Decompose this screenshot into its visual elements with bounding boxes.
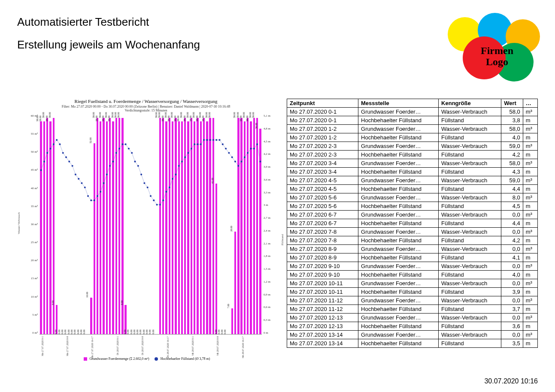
table-cell: 0,0 xyxy=(501,245,523,253)
table-cell: Grundwasser Foerder… xyxy=(358,125,439,133)
table-cell: Hochbehaelter Füllstand xyxy=(358,151,439,159)
table-cell: m³ xyxy=(523,279,537,288)
chart-line-point xyxy=(215,139,217,141)
table-cell: Mo 27.07.2020 12-13 xyxy=(287,314,358,322)
table-cell: Grundwasser Foerder… xyxy=(358,331,439,339)
table-cell: 0,0 xyxy=(501,314,523,322)
chart-line-point xyxy=(143,182,145,184)
chart-line-point xyxy=(121,143,123,145)
table-cell: m xyxy=(523,236,537,245)
table-cell: Wasser-Verbrauch xyxy=(439,279,501,288)
table-cell: Wasser-Verbrauch xyxy=(439,193,501,202)
data-table: ZeitpunktMessstelleKenngrößeWert… Mo 27.… xyxy=(287,99,538,348)
chart-line-point xyxy=(128,148,130,149)
table-cell: 58,0 xyxy=(501,108,523,116)
chart-line-point xyxy=(59,143,61,145)
table-row: Mo 27.07.2020 1-2Hochbehaelter Füllstand… xyxy=(287,133,538,142)
chart-line-point xyxy=(49,148,51,149)
table-cell: Grundwasser Foerder… xyxy=(358,211,439,219)
chart-line-point xyxy=(65,157,67,158)
table-cell: m xyxy=(523,151,537,159)
chart-line-point xyxy=(162,199,164,201)
table-cell: 3,6 xyxy=(501,322,523,331)
chart-line-point xyxy=(84,187,86,188)
table-cell: Hochbehaelter Füllstand xyxy=(358,271,439,279)
table-cell: 3,9 xyxy=(501,288,523,296)
table-cell: m xyxy=(523,305,537,314)
table-cell: Wasser-Verbrauch xyxy=(439,262,501,271)
chart-line-point xyxy=(241,161,243,163)
chart-line-point xyxy=(165,191,167,193)
chart-line-point xyxy=(206,139,208,141)
table-row: Mo 27.07.2020 3-4Hochbehaelter Füllstand… xyxy=(287,168,538,176)
table-cell: Füllstand xyxy=(439,288,501,296)
table-row: Mo 27.07.2020 10-11Hochbehaelter Füllsta… xyxy=(287,288,538,296)
chart-line-point xyxy=(75,174,76,175)
table-cell: 4,1 xyxy=(501,253,523,262)
table-cell: Wasser-Verbrauch xyxy=(439,125,501,133)
chart-line-point xyxy=(218,139,220,141)
table-row: Mo 27.07.2020 13-14Grundwasser Foerder…W… xyxy=(287,331,538,339)
chart-line-point xyxy=(209,139,211,141)
table-row: Mo 27.07.2020 4-5Hochbehaelter Füllstand… xyxy=(287,185,538,193)
table-cell: m³ xyxy=(523,142,537,151)
table-row: Mo 27.07.2020 5-6Grundwasser Foerder…Was… xyxy=(287,193,538,202)
table-cell: Hochbehaelter Füllstand xyxy=(358,339,439,348)
table-cell: Hochbehaelter Füllstand xyxy=(358,305,439,314)
table-row: Mo 27.07.2020 12-13Grundwasser Foerder…W… xyxy=(287,314,538,322)
table-cell: 0,0 xyxy=(501,331,523,339)
table-cell: Füllstand xyxy=(439,305,501,314)
table-header: Messstelle xyxy=(358,99,439,108)
table-cell: Grundwasser Foerder… xyxy=(358,193,439,202)
table-cell: 4,2 xyxy=(501,151,523,159)
table-cell: Hochbehaelter Füllstand xyxy=(358,202,439,211)
chart-line-point xyxy=(118,148,120,149)
table-cell: Mo 27.07.2020 4-5 xyxy=(287,176,358,185)
table-cell: Wasser-Verbrauch xyxy=(439,176,501,185)
table-cell: Mo 27.07.2020 11-12 xyxy=(287,296,358,305)
y-axis-right-label: Füllstand xyxy=(281,234,284,245)
chart-line-point xyxy=(159,204,161,205)
table-cell: Hochbehaelter Füllstand xyxy=(358,236,439,245)
table-cell: 0,0 xyxy=(501,228,523,236)
table-cell: m³ xyxy=(523,331,537,339)
chart-line-point xyxy=(90,199,92,201)
table-cell: Mo 27.07.2020 13-14 xyxy=(287,339,358,348)
chart-line-point xyxy=(153,199,155,201)
table-cell: Wasser-Verbrauch xyxy=(439,211,501,219)
table-cell: m xyxy=(523,253,537,262)
chart-line-point xyxy=(244,157,246,158)
table-cell: Mo 27.07.2020 12-13 xyxy=(287,322,358,331)
table-row: Mo 27.07.2020 1-2Grundwasser Foerder…Was… xyxy=(287,125,538,133)
table-cell: Mo 27.07.2020 5-6 xyxy=(287,193,358,202)
table-cell: Mo 27.07.2020 4-5 xyxy=(287,185,358,193)
table-cell: Hochbehaelter Füllstand xyxy=(358,116,439,125)
table-cell: Mo 27.07.2020 7-8 xyxy=(287,236,358,245)
table-row: Mo 27.07.2020 6-7Grundwasser Foerder…Was… xyxy=(287,211,538,219)
table-cell: Grundwasser Foerder… xyxy=(358,262,439,271)
table-row: Mo 27.07.2020 7-8Hochbehaelter Füllstand… xyxy=(287,236,538,245)
table-cell: m xyxy=(523,116,537,125)
table-row: Mo 27.07.2020 11-12Grundwasser Foerder…W… xyxy=(287,296,538,305)
table-cell: Hochbehaelter Füllstand xyxy=(358,253,439,262)
table-cell: m xyxy=(523,322,537,331)
table-row: Mo 27.07.2020 10-11Grundwasser Foerder…W… xyxy=(287,279,538,288)
chart-line-point xyxy=(72,165,73,167)
table-cell: m xyxy=(523,168,537,176)
table-cell: Mo 27.07.2020 5-6 xyxy=(287,202,358,211)
chart-line-point xyxy=(250,148,252,149)
table-cell: Mo 27.07.2020 9-10 xyxy=(287,271,358,279)
table-cell: 4,0 xyxy=(501,133,523,142)
chart-line-point xyxy=(97,195,98,197)
table-cell: 4,5 xyxy=(501,202,523,211)
table-cell: 8,0 xyxy=(501,193,523,202)
chart-line-point xyxy=(78,178,79,180)
table-cell: Wasser-Verbrauch xyxy=(439,142,501,151)
table-cell: Hochbehaelter Füllstand xyxy=(358,133,439,142)
chart-line-point xyxy=(100,191,101,193)
table-cell: 4,0 xyxy=(501,271,523,279)
report-title: Automatisierter Testbericht xyxy=(17,15,200,29)
table-cell: m xyxy=(523,133,537,142)
table-cell: 0,0 xyxy=(501,279,523,288)
chart-line-point xyxy=(46,152,48,154)
